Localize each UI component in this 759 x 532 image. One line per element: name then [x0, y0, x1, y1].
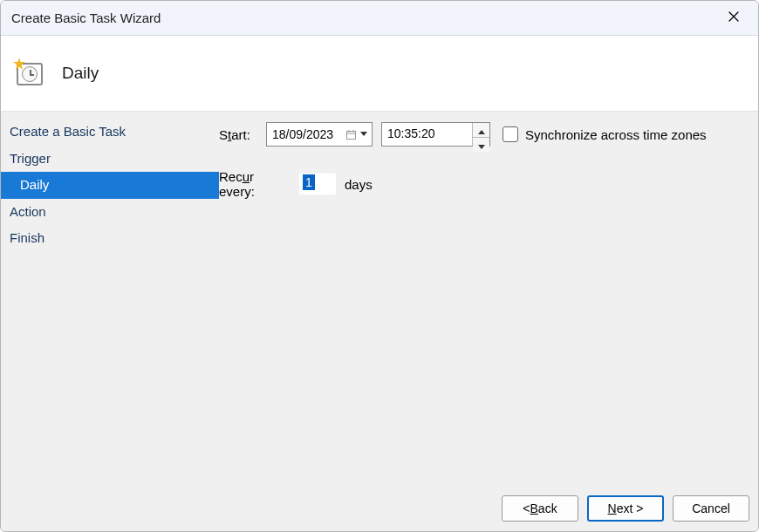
sync-time-zones-option[interactable]: Synchronize across time zones — [503, 126, 707, 142]
recur-unit: days — [345, 177, 373, 192]
wizard-footer: < Back Next > Cancel — [1, 486, 758, 531]
step-daily[interactable]: Daily — [1, 172, 219, 199]
close-button[interactable] — [715, 5, 753, 31]
step-create-basic-task[interactable]: Create a Basic Task — [1, 119, 219, 146]
step-label: Finish — [10, 230, 44, 245]
time-spin-up[interactable] — [473, 123, 489, 138]
step-finish[interactable]: Finish — [1, 225, 219, 252]
wizard-content: Start: 18/09/2023 10:35:20 — [219, 112, 758, 486]
step-label: Action — [10, 204, 46, 219]
wizard-window: Create Basic Task Wizard Daily Create a … — [0, 0, 759, 532]
start-time-spinner[interactable]: 10:35:20 — [381, 122, 490, 147]
recur-row: Recur every: 1 days — [219, 169, 742, 199]
time-spin-down[interactable] — [473, 138, 489, 152]
step-label: Daily — [20, 177, 49, 192]
time-spin-buttons — [472, 123, 489, 146]
chevron-down-icon — [478, 138, 485, 152]
window-title: Create Basic Task Wizard — [11, 10, 715, 25]
step-action[interactable]: Action — [1, 199, 219, 226]
step-trigger[interactable]: Trigger — [1, 146, 219, 173]
sync-checkbox[interactable] — [503, 126, 518, 142]
start-time-value: 10:35:20 — [382, 123, 472, 146]
page-header: Daily — [1, 36, 758, 112]
next-button[interactable]: Next > — [587, 495, 664, 522]
recur-label: Recur every: — [219, 169, 291, 199]
start-date-picker[interactable]: 18/09/2023 — [266, 122, 373, 147]
close-icon — [728, 10, 740, 25]
chevron-down-icon — [359, 130, 368, 139]
step-label: Create a Basic Task — [10, 124, 126, 139]
cancel-button[interactable]: Cancel — [673, 495, 749, 522]
calendar-icon — [345, 128, 357, 140]
clock-new-icon — [15, 59, 44, 87]
wizard-steps-sidebar: Create a Basic Task Trigger Daily Action… — [1, 112, 219, 486]
page-title: Daily — [62, 64, 99, 83]
recur-value: 1 — [303, 174, 315, 190]
svg-rect-0 — [346, 131, 355, 139]
start-row: Start: 18/09/2023 10:35:20 — [219, 122, 742, 147]
start-date-value: 18/09/2023 — [272, 127, 345, 141]
start-label: Start: — [219, 127, 257, 142]
chevron-up-icon — [478, 123, 485, 137]
sync-label: Synchronize across time zones — [525, 127, 707, 142]
back-button[interactable]: < Back — [502, 495, 578, 522]
recur-every-input[interactable]: 1 — [299, 174, 336, 194]
step-label: Trigger — [10, 151, 51, 166]
titlebar: Create Basic Task Wizard — [1, 1, 758, 36]
wizard-body: Create a Basic Task Trigger Daily Action… — [1, 112, 758, 486]
